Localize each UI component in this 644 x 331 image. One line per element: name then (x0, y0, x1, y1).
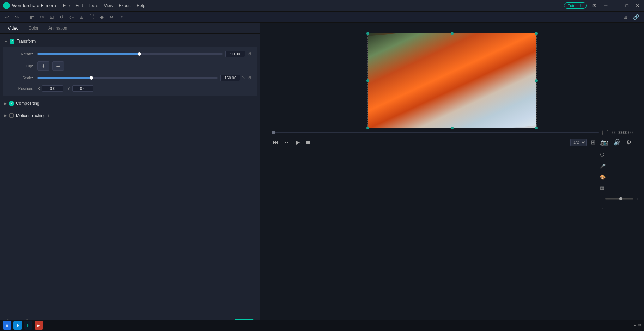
scale-reset-icon[interactable]: ↺ (247, 75, 251, 81)
undo-button[interactable]: ↩ (3, 13, 11, 21)
transform-header[interactable]: ▼ ✓ Transform (3, 37, 257, 46)
redo-button[interactable]: ↪ (13, 13, 21, 21)
handle-top-left[interactable] (366, 32, 369, 35)
scale-slider[interactable] (37, 77, 218, 79)
handle-bottom-right[interactable] (535, 127, 538, 129)
scale-slider-thumb[interactable] (90, 76, 93, 80)
properties-panel: ▼ ✓ Transform Rotate: 90.00 ↺ (0, 34, 260, 316)
bracket-left: { (602, 130, 604, 135)
maximize-button[interactable]: □ (624, 3, 630, 8)
titlebar: Wondershare Filmora File Edit Tools View… (0, 0, 644, 11)
stabilize-icon[interactable]: ⊙ (598, 140, 641, 148)
quality-select[interactable]: 1/2 1/1 1/4 (570, 139, 587, 146)
delete-button[interactable]: 🗑 (27, 13, 36, 21)
handle-middle-left[interactable] (366, 79, 369, 82)
compositing-checkbox[interactable]: ✓ (9, 101, 14, 106)
tab-color[interactable]: Color (23, 24, 43, 33)
menu-view[interactable]: View (104, 3, 113, 8)
transport-bar: { } 00:00:00:00 (267, 128, 637, 137)
tutorials-button[interactable]: Tutorials (564, 2, 587, 9)
scale-input[interactable]: 160.00 (220, 75, 240, 81)
play-button[interactable]: ▶ (294, 137, 301, 147)
taskbar-browser[interactable]: e (13, 321, 22, 330)
taskbar-filmora[interactable]: F (24, 321, 32, 330)
email-icon[interactable]: ✉ (591, 3, 598, 8)
link-button[interactable]: 🔗 (631, 13, 641, 21)
taskbar: ⊞ e F ▶ ▲ 中 (0, 320, 644, 331)
split-button[interactable]: ⇔ (107, 13, 116, 21)
y-input[interactable]: 0.0 (72, 85, 93, 92)
frame-back-button[interactable]: ⏭ (283, 138, 291, 147)
menu-help[interactable]: Help (136, 3, 145, 8)
transform-label: Transform (17, 39, 36, 44)
x-input[interactable]: 0.0 (42, 85, 63, 92)
transform-section: ▼ ✓ Transform Rotate: 90.00 ↺ (3, 37, 257, 96)
transport-controls: ⏮ ⏭ ▶ ⏹ 1/2 1/1 1/4 ⊞ 📷 🔊 ⚙ (267, 137, 637, 148)
compositing-arrow-icon: ▶ (4, 102, 7, 105)
taskbar-time: ▲ 中 (633, 323, 641, 328)
menu-edit[interactable]: Edit (75, 3, 83, 8)
tab-animation[interactable]: Animation (43, 24, 72, 33)
transform-checkbox[interactable]: ✓ (10, 39, 14, 44)
rotate-slider[interactable] (37, 53, 223, 55)
zoom-out-icon[interactable]: − (598, 195, 605, 203)
fullscreen-button[interactable]: ⛶ (87, 13, 96, 21)
handle-middle-bottom[interactable] (451, 127, 454, 129)
rotate-slider-thumb[interactable] (138, 52, 141, 56)
display-settings-icon[interactable]: ⊞ (589, 137, 597, 147)
rotate-label: Rotate: (8, 52, 33, 56)
menu-tools[interactable]: Tools (89, 3, 98, 8)
tab-video[interactable]: Video (3, 24, 23, 33)
flip-vertical-button[interactable]: ⬌ (52, 61, 64, 71)
reverse-button[interactable]: ↺ (57, 13, 66, 21)
rotate-input[interactable]: 90.00 (225, 51, 245, 57)
menu-file[interactable]: File (63, 3, 70, 8)
compositing-section: ▶ ✓ Compositing (3, 99, 257, 108)
shield-icon[interactable]: 🛡 (598, 151, 641, 159)
flip-horizontal-button[interactable]: ⬍ (37, 61, 49, 71)
step-back-button[interactable]: ⏮ (272, 138, 280, 147)
progress-thumb[interactable] (272, 131, 275, 134)
left-panel: Video Color Animation ▼ ✓ Transform Rota… (0, 23, 260, 331)
flip-row: Flip: ⬍ ⬌ (8, 61, 251, 71)
audio-eq-button[interactable]: ≋ (117, 13, 126, 21)
stop-button[interactable]: ⏹ (304, 138, 312, 147)
progress-track[interactable] (272, 132, 599, 133)
close-button[interactable]: ✕ (634, 3, 641, 8)
motion-tracking-info-icon[interactable]: ℹ (48, 113, 50, 118)
keyframe-button[interactable]: ◆ (98, 13, 106, 21)
overflow-icon[interactable]: ⋮ (598, 206, 641, 214)
snapshot-button[interactable]: ◎ (67, 13, 76, 21)
main-toolbar: ↩ ↪ 🗑 ✂ ⊡ ↺ ◎ ⊞ ⛶ ◆ ⇔ ≋ ⊞ 🔗 (0, 11, 644, 23)
zoom-in-icon[interactable]: + (634, 195, 641, 203)
motion-tracking-header[interactable]: ▶ Motion Tracking ℹ (3, 111, 257, 120)
zoom-slider-thumb[interactable] (619, 197, 622, 200)
motion-tracking-checkbox[interactable] (9, 113, 14, 118)
cut-button[interactable]: ✂ (38, 13, 46, 21)
media-library-button[interactable]: ⊞ (621, 13, 630, 21)
scale-slider-fill (37, 77, 91, 79)
menu-bar: File Edit Tools View Export Help (63, 3, 145, 8)
rotate-row: Rotate: 90.00 ↺ (8, 51, 251, 57)
compositing-header[interactable]: ▶ ✓ Compositing (3, 99, 257, 108)
preview-inner: { } 00:00:00:00 ⏮ ⏭ ▶ ⏹ 1/2 1/1 1/4 ⊞ 📷 … (267, 30, 637, 324)
rotate-reset-icon[interactable]: ↺ (247, 51, 251, 57)
taskbar-start[interactable]: ⊞ (3, 321, 11, 330)
minimize-button[interactable]: ─ (614, 3, 620, 8)
frame-icon[interactable]: ▦ (598, 184, 641, 192)
handle-middle-top[interactable] (451, 32, 454, 35)
menu-export[interactable]: Export (119, 3, 131, 8)
handle-top-right[interactable] (535, 32, 538, 35)
color-icon[interactable]: 🎨 (598, 173, 641, 181)
x-label: X (37, 86, 40, 91)
crop-button[interactable]: ⊡ (48, 13, 56, 21)
zoom-slider[interactable] (605, 198, 633, 199)
settings-icon[interactable]: ☰ (602, 3, 609, 8)
flip-label: Flip: (8, 64, 33, 68)
mic-icon[interactable]: 🎤 (598, 162, 641, 170)
taskbar-app3[interactable]: ▶ (35, 321, 43, 330)
pip-button[interactable]: ⊞ (77, 13, 86, 21)
handle-bottom-left[interactable] (366, 127, 369, 129)
position-label: Position: (8, 86, 33, 91)
handle-middle-right[interactable] (535, 79, 538, 82)
